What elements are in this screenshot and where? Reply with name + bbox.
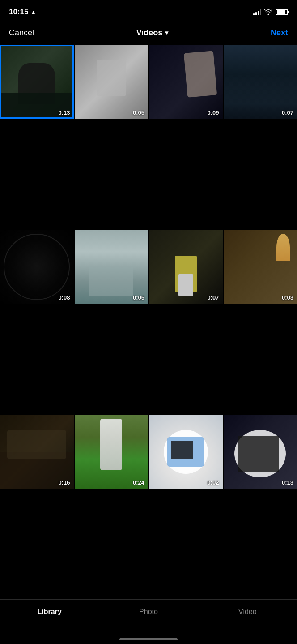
thumb-duration-12: 0:13 bbox=[282, 479, 293, 486]
tab-photo[interactable]: Photo bbox=[99, 605, 198, 618]
thumb-duration-10: 0:24 bbox=[133, 479, 144, 486]
thumb-duration-7: 0:07 bbox=[207, 294, 219, 301]
status-time: 10:15 ▲ bbox=[9, 8, 36, 17]
thumb-duration-3: 0:09 bbox=[207, 109, 219, 116]
tab-video[interactable]: Video bbox=[198, 605, 297, 618]
home-indicator bbox=[119, 638, 178, 640]
wifi-icon bbox=[264, 9, 272, 16]
time-display: 10:15 bbox=[9, 8, 28, 17]
thumbnail-grid: 0:13 0:05 0:09 0:07 0:08 0:05 0:07 bbox=[0, 45, 297, 599]
thumb-duration-9: 0:16 bbox=[58, 479, 70, 486]
thumb-duration-1: 0:13 bbox=[58, 109, 70, 116]
thumb-duration-6: 0:05 bbox=[133, 294, 144, 301]
thumb-duration-4: 0:07 bbox=[282, 109, 293, 116]
tab-photo-label: Photo bbox=[139, 608, 158, 616]
chevron-down-icon: ▾ bbox=[165, 29, 168, 36]
thumbnail-1[interactable]: 0:13 bbox=[0, 45, 74, 119]
tab-bar: Library Photo Video bbox=[0, 599, 297, 644]
next-button[interactable]: Next bbox=[271, 28, 288, 38]
thumb-duration-11: 0:02 bbox=[207, 479, 219, 486]
thumbnail-6[interactable]: 0:05 bbox=[75, 230, 148, 304]
thumb-duration-8: 0:03 bbox=[282, 294, 293, 301]
location-arrow-icon: ▲ bbox=[30, 9, 36, 15]
status-bar: 10:15 ▲ bbox=[0, 0, 297, 22]
album-title: Videos bbox=[136, 28, 163, 38]
thumbnail-grid-section: 0:13 0:05 0:09 0:07 0:08 0:05 0:07 bbox=[0, 45, 297, 599]
thumbnail-8[interactable]: 0:03 bbox=[224, 230, 297, 304]
thumbnail-12[interactable]: 0:13 bbox=[224, 415, 297, 489]
signal-icon bbox=[253, 9, 261, 15]
album-picker-button[interactable]: Videos ▾ bbox=[136, 28, 169, 38]
status-icons bbox=[253, 9, 288, 16]
thumbnail-2[interactable]: 0:05 bbox=[75, 45, 148, 119]
thumbnail-5[interactable]: 0:08 bbox=[0, 230, 74, 304]
thumbnail-10[interactable]: 0:24 bbox=[75, 415, 148, 489]
tab-library[interactable]: Library bbox=[0, 605, 99, 618]
thumbnail-11[interactable]: 0:02 bbox=[149, 415, 223, 489]
thumbnail-4[interactable]: 0:07 bbox=[224, 45, 297, 119]
thumbnail-3[interactable]: 0:09 bbox=[149, 45, 223, 119]
tab-video-label: Video bbox=[238, 608, 257, 616]
battery-icon bbox=[276, 9, 288, 15]
tab-library-label: Library bbox=[38, 608, 62, 616]
thumb-duration-5: 0:08 bbox=[58, 294, 70, 301]
thumb-duration-2: 0:05 bbox=[133, 109, 144, 116]
thumbnail-9[interactable]: 0:16 bbox=[0, 415, 74, 489]
thumbnail-7[interactable]: 0:07 bbox=[149, 230, 223, 304]
nav-bar: Cancel Videos ▾ Next bbox=[0, 22, 297, 45]
cancel-button[interactable]: Cancel bbox=[9, 28, 34, 38]
